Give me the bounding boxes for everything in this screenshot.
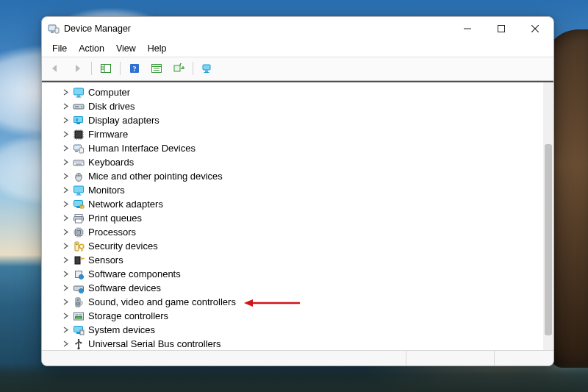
software-device-icon	[73, 282, 85, 294]
menu-view[interactable]: View	[110, 42, 142, 55]
svg-rect-45	[76, 161, 77, 162]
titlebar[interactable]: Device Manager	[42, 17, 553, 40]
chevron-right-icon[interactable]	[61, 169, 71, 183]
chevron-right-icon[interactable]	[61, 85, 71, 99]
svg-rect-20	[76, 96, 82, 97]
tree-node-label: Software devices	[87, 282, 161, 293]
tree-node[interactable]: Firmware	[42, 127, 543, 141]
tree-node[interactable]: Mice and other pointing devices	[42, 169, 543, 183]
tree-node-label: Display adapters	[87, 115, 159, 126]
toolbar: ?	[42, 57, 553, 81]
tree-node-label: Sensors	[87, 254, 123, 266]
printer-icon	[73, 213, 85, 224]
chevron-right-icon[interactable]	[61, 337, 71, 350]
close-button[interactable]	[518, 18, 552, 40]
back-button[interactable]	[45, 60, 65, 77]
chevron-right-icon[interactable]	[61, 239, 71, 253]
chevron-right-icon[interactable]	[61, 183, 71, 197]
svg-rect-44	[75, 161, 76, 162]
chevron-right-icon[interactable]	[61, 99, 71, 113]
chevron-right-icon[interactable]	[61, 225, 71, 239]
svg-rect-56	[76, 194, 82, 195]
svg-rect-11	[152, 65, 162, 67]
chevron-right-icon[interactable]	[61, 197, 71, 211]
minimize-button[interactable]	[451, 18, 484, 40]
chevron-right-icon[interactable]	[61, 113, 71, 127]
device-manager-app-icon	[48, 23, 60, 35]
svg-point-109	[77, 346, 79, 349]
help-button[interactable]: ?	[124, 60, 145, 77]
chevron-right-icon[interactable]	[61, 253, 71, 267]
tree-node-label: Software components	[87, 268, 181, 279]
svg-rect-101	[76, 314, 79, 316]
forward-button[interactable]	[67, 60, 87, 77]
chevron-right-icon[interactable]	[61, 295, 71, 309]
menubar: File Action View Help	[42, 40, 553, 57]
tree-node[interactable]: Storage controllers	[42, 309, 543, 323]
svg-point-98	[76, 302, 80, 305]
chevron-right-icon[interactable]	[61, 127, 71, 141]
svg-rect-106	[80, 330, 84, 335]
svg-text:?: ?	[133, 65, 137, 73]
show-hide-console-tree-button[interactable]	[96, 60, 116, 77]
chevron-right-icon[interactable]	[61, 155, 71, 169]
menu-help[interactable]: Help	[142, 42, 173, 55]
tree-node[interactable]: Sensors	[42, 253, 543, 267]
tree-node[interactable]: Display adapters	[42, 113, 543, 127]
keyboard-icon	[73, 157, 85, 168]
svg-point-110	[75, 343, 76, 344]
tree-node[interactable]: Computer	[42, 85, 543, 99]
svg-rect-83	[81, 248, 82, 251]
processor-icon	[73, 227, 85, 238]
svg-rect-46	[78, 161, 79, 162]
tree-node[interactable]: Software components	[42, 267, 543, 281]
tree-node[interactable]: Print queues	[42, 211, 543, 225]
mouse-icon	[73, 171, 85, 182]
chevron-right-icon[interactable]	[61, 211, 71, 225]
system-device-icon	[73, 324, 85, 336]
device-tree[interactable]: ComputerDisk drivesDisplay adaptersFirmw…	[42, 82, 543, 350]
properties-button[interactable]	[146, 60, 167, 77]
svg-rect-49	[82, 161, 83, 162]
tree-node[interactable]: Network adapters	[42, 197, 543, 211]
sensor-icon	[73, 254, 85, 266]
tree-node[interactable]: Security devices	[42, 239, 543, 253]
toolbar-sep	[193, 62, 193, 75]
scrollbar-thumb[interactable]	[545, 144, 552, 335]
menu-file[interactable]: File	[46, 42, 73, 55]
firmware-chip-icon	[73, 129, 85, 140]
svg-rect-3	[498, 26, 505, 32]
tree-node-label: Sound, video and game controllers	[87, 296, 236, 307]
maximize-button[interactable]	[484, 18, 518, 40]
tree-node[interactable]: Monitors	[42, 183, 543, 197]
view-devices-by-button[interactable]	[197, 60, 218, 77]
tree-node[interactable]: Sound, video and game controllers	[42, 295, 543, 309]
svg-point-96	[80, 290, 82, 291]
chevron-right-icon[interactable]	[61, 267, 71, 281]
vertical-scrollbar[interactable]	[543, 82, 553, 350]
chevron-right-icon[interactable]	[61, 141, 71, 155]
tree-node[interactable]: Human Interface Devices	[42, 141, 543, 155]
tree-node[interactable]: System devices	[42, 323, 543, 337]
scan-for-hardware-changes-button[interactable]	[168, 60, 189, 77]
tree-node-label: Firmware	[87, 129, 128, 140]
network-adapter-icon	[73, 199, 85, 210]
svg-rect-43	[74, 160, 84, 165]
window-title: Device Manager	[64, 24, 131, 34]
chevron-right-icon[interactable]	[61, 281, 71, 295]
tree-node[interactable]: Universal Serial Bus controllers	[42, 337, 543, 350]
tree-node[interactable]: Processors	[42, 225, 543, 239]
monitor-icon	[73, 185, 85, 196]
tree-node[interactable]: Keyboards	[42, 155, 543, 169]
svg-rect-105	[76, 332, 80, 334]
menu-action[interactable]: Action	[73, 42, 110, 55]
svg-rect-48	[81, 161, 82, 162]
tree-node[interactable]: Disk drives	[42, 99, 543, 113]
chevron-right-icon[interactable]	[61, 323, 71, 337]
svg-rect-16	[205, 71, 208, 72]
tree-node[interactable]: Software devices	[42, 281, 543, 295]
svg-rect-60	[81, 205, 82, 207]
chevron-right-icon[interactable]	[61, 309, 71, 323]
speaker-icon	[73, 296, 85, 308]
svg-point-22	[81, 106, 82, 107]
